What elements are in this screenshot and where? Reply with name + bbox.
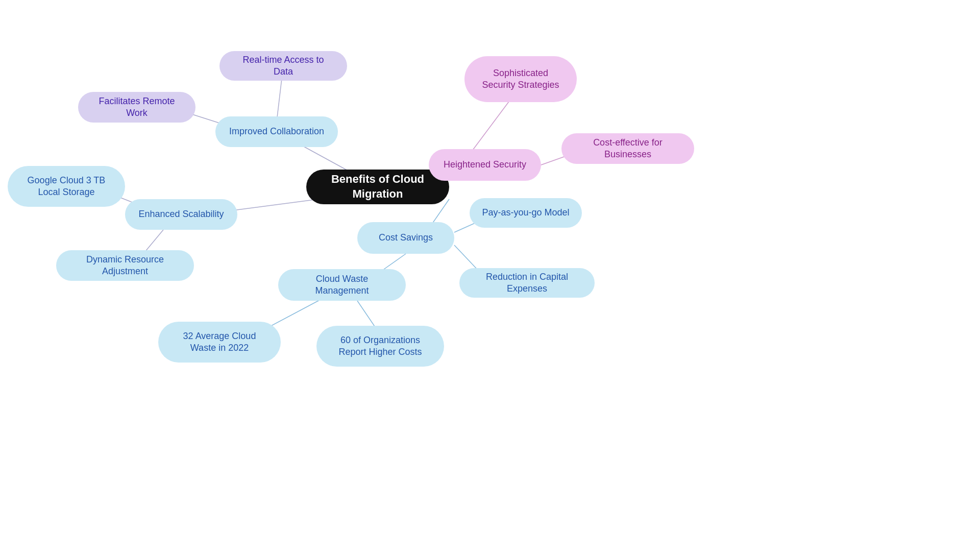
cost-savings-node: Cost Savings (357, 222, 454, 254)
reduction-node: Reduction in Capital Expenses (459, 268, 595, 298)
realtime-node: Real-time Access to Data (219, 51, 347, 81)
remote-work-node: Facilitates Remote Work (78, 92, 195, 123)
center-node: Benefits of Cloud Migration (306, 170, 449, 204)
costeffective-node: Cost-effective for Businesses (561, 133, 694, 164)
payasyougo-node: Pay-as-you-go Model (470, 198, 582, 228)
cloudwaste-node: Cloud Waste Management (278, 269, 406, 301)
heightened-node: Heightened Security (429, 149, 541, 181)
dynamic-node: Dynamic Resource Adjustment (56, 250, 194, 281)
improved-collab-node: Improved Collaboration (215, 116, 338, 147)
sophisticated-node: Sophisticated Security Strategies (464, 56, 577, 102)
scalability-node: Enhanced Scalability (125, 199, 237, 230)
avg32-node: 32 Average Cloud Waste in 2022 (158, 322, 281, 363)
google-cloud-node: Google Cloud 3 TB Local Storage (8, 166, 125, 207)
mind-map: Benefits of Cloud Migration Improved Col… (0, 0, 980, 553)
org60-node: 60 of Organizations Report Higher Costs (316, 326, 444, 367)
svg-line-13 (470, 100, 510, 154)
